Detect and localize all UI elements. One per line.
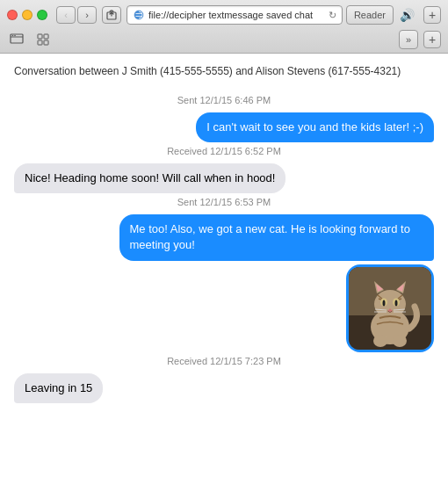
svg-rect-6 xyxy=(44,34,48,39)
svg-point-12 xyxy=(374,290,406,318)
timestamp-4: Received 12/1/15 7:23 PM xyxy=(14,356,434,366)
refresh-icon[interactable]: ↻ xyxy=(329,10,336,21)
conversation-header: Conversation between J Smith (415-555-55… xyxy=(14,64,434,79)
svg-rect-5 xyxy=(38,34,42,39)
cat-image xyxy=(349,267,431,350)
traffic-lights xyxy=(7,10,47,20)
minimize-button[interactable] xyxy=(22,10,33,20)
bubble-received-1: Nice! Heading home soon! Will call when … xyxy=(14,163,285,193)
toolbar-right: » + xyxy=(399,30,441,49)
svg-point-1 xyxy=(134,11,143,19)
bookmarks-icon[interactable] xyxy=(7,30,26,49)
bubble-sent-2: Me too! Also, we got a new cat. He is lo… xyxy=(119,214,435,260)
message-row-received-2: Leaving in 15 xyxy=(14,373,434,403)
title-bar: ‹ › file://decipher textmessage saved xyxy=(0,0,448,28)
favicon-icon xyxy=(133,9,145,21)
grid-icon[interactable] xyxy=(33,30,53,49)
svg-point-30 xyxy=(373,335,387,347)
bubble-sent-1: I can't wait to see you and the kids lat… xyxy=(196,112,434,142)
svg-point-23 xyxy=(383,300,386,306)
add-tab-button[interactable]: + xyxy=(423,6,441,24)
toolbar-row: » + xyxy=(0,28,448,53)
bubble-sent-image xyxy=(346,264,434,352)
svg-rect-8 xyxy=(44,40,48,45)
close-button[interactable] xyxy=(7,10,18,20)
svg-point-3 xyxy=(12,35,14,37)
page-content: Conversation between J Smith (415-555-55… xyxy=(0,54,448,456)
share-button[interactable] xyxy=(102,6,121,24)
message-row-sent-1: I can't wait to see you and the kids lat… xyxy=(14,112,434,142)
svg-point-31 xyxy=(393,335,407,347)
message-row-received-1: Nice! Heading home soon! Will call when … xyxy=(14,163,434,193)
timestamp-3: Sent 12/1/15 6:53 PM xyxy=(14,197,434,207)
message-row-sent-image xyxy=(14,264,434,352)
maximize-button[interactable] xyxy=(37,10,47,20)
timestamp-1: Sent 12/1/15 6:46 PM xyxy=(14,95,434,105)
expand-button[interactable]: » xyxy=(399,30,418,49)
nav-buttons: ‹ › xyxy=(56,6,97,24)
message-row-sent-2: Me too! Also, we got a new cat. He is lo… xyxy=(14,214,434,260)
back-button[interactable]: ‹ xyxy=(56,6,76,24)
address-bar[interactable]: file://decipher textmessage saved chat ↻ xyxy=(126,5,343,25)
svg-rect-7 xyxy=(38,40,42,45)
toolbar-add-button[interactable]: + xyxy=(423,31,441,48)
forward-button[interactable]: › xyxy=(77,6,97,24)
bubble-received-2: Leaving in 15 xyxy=(14,373,103,403)
reader-button[interactable]: Reader xyxy=(346,5,394,25)
address-text: file://decipher textmessage saved chat xyxy=(148,10,325,20)
speaker-icon[interactable]: 🔊 xyxy=(397,5,416,25)
svg-point-4 xyxy=(14,35,16,37)
svg-point-24 xyxy=(395,300,398,306)
timestamp-2: Received 12/1/15 6:52 PM xyxy=(14,146,434,156)
browser-chrome: ‹ › file://decipher textmessage saved xyxy=(0,0,448,54)
